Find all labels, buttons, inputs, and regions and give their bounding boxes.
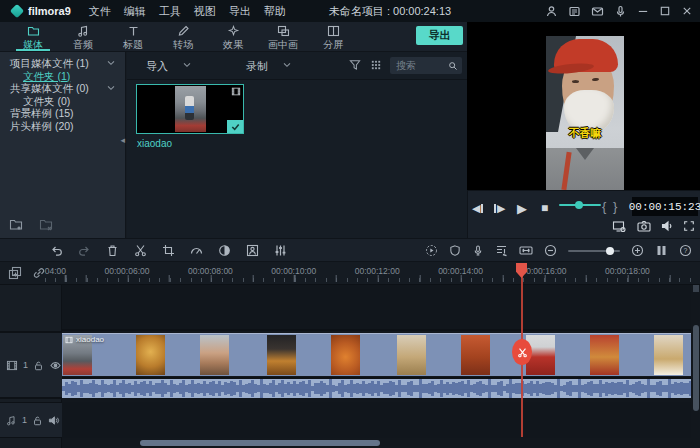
lock-track-icon[interactable] — [33, 360, 44, 371]
fit-timeline-zoom-icon[interactable] — [519, 244, 533, 257]
audio-track-lane[interactable] — [62, 402, 691, 438]
record-chevron-icon[interactable] — [283, 62, 291, 68]
sidebar-item-sample-backgrounds[interactable]: 背景样例 (15) — [0, 107, 125, 120]
microphone-icon[interactable] — [614, 5, 627, 18]
help-icon[interactable]: ? — [679, 244, 692, 257]
next-frame-button[interactable]: ▶ — [494, 203, 505, 214]
search-box[interactable] — [390, 57, 462, 74]
ruler-label: 00:00:06:00 — [105, 266, 150, 276]
link-clips-icon[interactable] — [32, 266, 46, 280]
timeline-tracks: 1 1 xiaodao — [0, 285, 700, 448]
clip-thumbnail — [461, 335, 490, 375]
tab-label: 转场 — [173, 38, 193, 52]
news-icon[interactable] — [568, 5, 581, 18]
account-icon[interactable] — [545, 5, 558, 18]
volume-icon[interactable] — [661, 220, 674, 232]
chroma-key-icon[interactable] — [246, 244, 259, 257]
playback-controls: ◀ ▶ ▶ ■ { } 00:00:15:23 — [467, 190, 700, 238]
tab-pip[interactable]: 画中画 — [258, 22, 308, 51]
export-button[interactable]: 导出 — [416, 26, 463, 45]
previous-frame-button[interactable]: ◀ — [472, 203, 483, 214]
mute-track-icon[interactable] — [48, 415, 60, 426]
search-input[interactable] — [394, 59, 448, 72]
play-button[interactable]: ▶ — [517, 203, 527, 214]
audio-waveform — [62, 377, 691, 398]
crop-icon[interactable] — [162, 244, 175, 257]
app-logo-text: filmora9 — [28, 5, 71, 17]
maximize-button[interactable] — [659, 5, 671, 17]
sidebar-item-project-media[interactable]: 项目媒体文件 (1) — [0, 57, 125, 70]
split-scissors-icon[interactable] — [134, 244, 147, 257]
sidebar-item-folder-1[interactable]: 文件夹 (1) — [0, 70, 125, 83]
display-settings-icon[interactable] — [612, 220, 626, 233]
preview-slider-handle[interactable] — [575, 201, 583, 209]
audio-mixer-panel-icon[interactable] — [495, 244, 508, 257]
media-clip-name: xiaodao — [137, 138, 172, 149]
tab-split-screen[interactable]: 分屏 — [308, 22, 358, 51]
clip-in-timeline-check-icon — [227, 120, 243, 133]
ruler-label: 00:00:10:00 — [271, 266, 316, 276]
collapse-sidebar-handle[interactable]: ◂ — [120, 136, 125, 145]
record-button[interactable]: 录制 — [246, 59, 268, 74]
mail-icon[interactable] — [591, 5, 604, 18]
tab-audio[interactable]: 音频 — [58, 22, 108, 51]
tab-transitions[interactable]: 转场 — [158, 22, 208, 51]
delete-icon[interactable] — [106, 244, 119, 257]
lock-track-icon[interactable] — [32, 415, 43, 426]
vertical-scrollbar-thumb[interactable] — [693, 325, 699, 411]
fullscreen-icon[interactable] — [683, 220, 695, 232]
record-voiceover-icon[interactable] — [472, 244, 484, 257]
zoom-in-icon[interactable] — [631, 244, 644, 257]
delete-folder-button[interactable] — [39, 218, 54, 231]
clip-thumbnail — [654, 335, 683, 375]
timeline-ruler: 00:00:04:0000:00:06:0000:00:08:0000:00:1… — [0, 262, 700, 285]
filter-icon[interactable] — [349, 59, 361, 71]
stop-button[interactable]: ■ — [541, 203, 548, 214]
add-to-new-track-icon[interactable] — [8, 266, 22, 280]
sidebar-item-shared-media[interactable]: 共享媒体文件 (0) — [0, 82, 125, 95]
mark-out-bracket[interactable]: } — [613, 200, 617, 213]
tab-effects[interactable]: 效果 — [208, 22, 258, 51]
empty-video-track-lane[interactable] — [62, 285, 691, 331]
snapshot-camera-icon[interactable] — [637, 220, 651, 232]
redo-icon[interactable] — [78, 244, 91, 257]
close-button[interactable] — [681, 5, 693, 17]
pen-icon — [177, 25, 190, 37]
ruler-label: 00:00:12:00 — [355, 266, 400, 276]
media-clip-card[interactable] — [136, 84, 244, 134]
track-manager-icon[interactable] — [655, 244, 668, 257]
import-button[interactable]: 导入 — [146, 59, 168, 74]
speed-icon[interactable] — [190, 244, 203, 257]
video-file-icon — [231, 87, 241, 96]
tab-media[interactable]: 媒体 — [8, 22, 58, 51]
horizontal-scrollbar-thumb[interactable] — [140, 440, 380, 446]
video-track-icon — [6, 360, 18, 371]
preview-video-frame: 不香嘛 — [546, 36, 624, 190]
timeline-video-clip[interactable]: xiaodao — [62, 333, 691, 376]
sidebar-item-folder-0[interactable]: 文件夹 (0) — [0, 95, 125, 108]
audio-track-number: 1 — [22, 415, 27, 425]
minimize-button[interactable] — [637, 5, 649, 17]
undo-icon[interactable] — [50, 244, 63, 257]
mark-in-bracket[interactable]: { — [602, 200, 606, 213]
grid-view-icon[interactable] — [370, 59, 382, 71]
toggle-track-visibility-icon[interactable] — [49, 360, 62, 371]
clip-thumbnail — [590, 335, 619, 375]
tab-titles[interactable]: 标题 — [108, 22, 158, 51]
tab-label: 画中画 — [268, 38, 298, 52]
timeline-zoom-handle[interactable] — [606, 247, 614, 255]
zoom-out-icon[interactable] — [544, 244, 557, 257]
subtitle-overlay: 不香嘛 — [546, 126, 624, 141]
preview-slider[interactable] — [559, 204, 601, 206]
add-folder-button[interactable] — [9, 218, 24, 231]
title-bar: filmora9 文件 编辑 工具 视图 导出 帮助 未命名项目 : 00:00… — [0, 0, 700, 22]
render-preview-icon[interactable] — [425, 244, 438, 257]
ruler-scale[interactable]: 00:00:04:0000:00:06:0000:00:08:0000:00:1… — [45, 262, 691, 284]
audio-mixer-icon[interactable] — [274, 244, 287, 257]
color-correction-icon[interactable] — [218, 244, 231, 257]
import-chevron-icon[interactable] — [183, 62, 191, 68]
sidebar-item-sample-intros[interactable]: 片头样例 (20) — [0, 120, 125, 133]
split-at-playhead-button[interactable] — [512, 339, 532, 365]
timeline-zoom-slider[interactable] — [568, 250, 620, 252]
shield-icon[interactable] — [449, 244, 461, 257]
